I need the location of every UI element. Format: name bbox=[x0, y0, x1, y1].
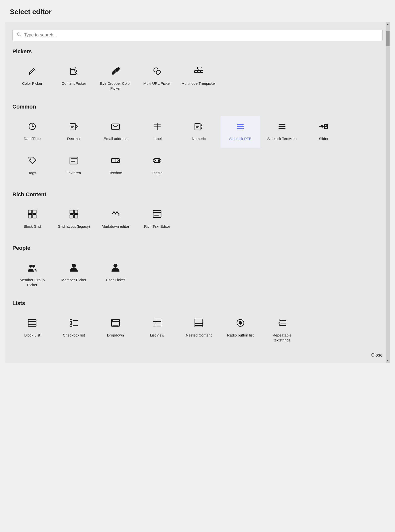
svg-rect-53 bbox=[28, 215, 32, 218]
textbox-label: Textbox bbox=[109, 170, 122, 175]
numeric-label: Numeric bbox=[192, 136, 206, 141]
eye-dropper-icon bbox=[110, 66, 121, 78]
item-rich-text-editor[interactable]: Rich Text Editor bbox=[137, 204, 177, 236]
svg-point-50 bbox=[158, 159, 160, 162]
item-radio-button-list[interactable]: Radio button list bbox=[221, 312, 260, 346]
scrollbar-thumb[interactable] bbox=[386, 31, 390, 46]
item-block-list[interactable]: Block List bbox=[12, 312, 52, 346]
email-label: Email address bbox=[104, 136, 127, 141]
markdown-editor-label: Markdown editor bbox=[102, 224, 129, 229]
item-dropdown[interactable]: Dropdown bbox=[96, 312, 135, 346]
item-sidekick-rte[interactable]: Sidekick RTE bbox=[221, 116, 260, 148]
svg-point-66 bbox=[113, 264, 117, 268]
item-grid-layout[interactable]: Grid layout (legacy) bbox=[54, 204, 94, 236]
decimal-label: Decimal bbox=[67, 136, 81, 141]
item-repeatable-textstrings[interactable]: 1 2 3 Repeatable textstrings bbox=[262, 312, 302, 346]
item-label[interactable]: Label bbox=[137, 116, 177, 148]
item-nested-content[interactable]: Nested Content bbox=[179, 312, 219, 346]
svg-point-65 bbox=[72, 264, 76, 268]
color-picker-label: Color Picker bbox=[22, 81, 42, 86]
multinode-treepicker-label: Multinode Treepicker bbox=[181, 81, 216, 86]
item-member-picker[interactable]: Member Picker bbox=[54, 257, 94, 291]
slider-label: Slider bbox=[319, 136, 328, 141]
search-input[interactable] bbox=[24, 32, 378, 38]
svg-rect-70 bbox=[70, 319, 72, 321]
item-color-picker[interactable]: Color Picker bbox=[12, 61, 52, 95]
svg-rect-74 bbox=[70, 324, 72, 326]
numeric-icon bbox=[193, 121, 204, 133]
item-sidekick-textarea[interactable]: Sidekick TextArea bbox=[262, 116, 302, 148]
color-picker-icon bbox=[27, 66, 38, 78]
item-textarea[interactable]: Textarea bbox=[54, 150, 94, 182]
search-icon bbox=[17, 32, 22, 38]
label-label: Label bbox=[153, 136, 162, 141]
item-content-picker[interactable]: Content Picker bbox=[54, 61, 94, 95]
multi-url-icon bbox=[152, 66, 163, 78]
section-common: Common Date/Time Decimal Email address L… bbox=[12, 104, 383, 182]
item-datetime[interactable]: Date/Time bbox=[12, 116, 52, 148]
eye-dropper-label: Eye Dropper Color Picker bbox=[98, 81, 133, 91]
item-markdown-editor[interactable]: Markdown editor bbox=[96, 204, 135, 236]
section-title-people: People bbox=[12, 245, 383, 251]
item-tags[interactable]: Tags bbox=[12, 150, 52, 182]
scroll-down-arrow[interactable]: ▼ bbox=[386, 359, 390, 363]
item-slider[interactable]: Slider bbox=[304, 116, 343, 148]
multinode-treepicker-icon: + bbox=[193, 66, 204, 78]
modal-container: ▲ ▼ Pickers Color Picker Content Pi bbox=[5, 22, 390, 363]
section-grid-lists: Block List Checkbox list Dropdown List v… bbox=[12, 312, 383, 346]
rich-text-editor-label: Rich Text Editor bbox=[144, 224, 170, 229]
user-picker-icon bbox=[110, 262, 121, 275]
close-button[interactable]: Close bbox=[371, 353, 383, 358]
grid-layout-icon bbox=[68, 209, 79, 221]
repeatable-textstrings-label: Repeatable textstrings bbox=[265, 333, 299, 342]
svg-rect-69 bbox=[28, 324, 36, 326]
svg-point-43 bbox=[30, 159, 31, 160]
item-user-picker[interactable]: User Picker bbox=[96, 257, 135, 291]
svg-rect-52 bbox=[33, 210, 36, 214]
dropdown-icon bbox=[110, 317, 121, 330]
item-list-view[interactable]: List view bbox=[137, 312, 177, 346]
svg-rect-19 bbox=[70, 123, 75, 130]
item-block-grid[interactable]: Block Grid bbox=[12, 204, 52, 236]
toggle-icon bbox=[152, 155, 163, 168]
svg-rect-44 bbox=[70, 157, 78, 164]
member-picker-label: Member Picker bbox=[61, 278, 86, 282]
list-view-icon bbox=[152, 317, 163, 330]
member-group-picker-label: Member Group Picker bbox=[15, 278, 50, 287]
svg-rect-13 bbox=[200, 71, 203, 73]
item-email[interactable]: Email address bbox=[96, 116, 135, 148]
item-eye-dropper[interactable]: Eye Dropper Color Picker bbox=[96, 61, 135, 95]
svg-rect-55 bbox=[70, 210, 73, 214]
scrollbar[interactable]: ▲ ▼ bbox=[386, 22, 390, 363]
email-icon bbox=[110, 121, 121, 133]
section-people: People Member Group Picker Member Picker… bbox=[12, 245, 383, 291]
item-numeric[interactable]: Numeric bbox=[179, 116, 219, 148]
section-title-lists: Lists bbox=[12, 300, 383, 307]
block-grid-label: Block Grid bbox=[24, 224, 41, 229]
item-decimal[interactable]: Decimal bbox=[54, 116, 94, 148]
item-textbox[interactable]: Textbox bbox=[96, 150, 135, 182]
tags-icon bbox=[27, 155, 38, 168]
sidekick-textarea-icon bbox=[277, 121, 287, 133]
svg-point-18 bbox=[32, 126, 33, 127]
item-toggle[interactable]: Toggle bbox=[137, 150, 177, 182]
item-checkbox-list[interactable]: Checkbox list bbox=[54, 312, 94, 346]
search-bar bbox=[12, 29, 383, 41]
tags-label: Tags bbox=[28, 170, 36, 175]
item-multi-url[interactable]: Multi URL Picker bbox=[137, 61, 177, 95]
svg-rect-2 bbox=[70, 68, 76, 75]
svg-rect-68 bbox=[28, 322, 36, 324]
svg-rect-51 bbox=[28, 210, 32, 214]
markdown-editor-icon bbox=[110, 209, 121, 221]
block-grid-icon bbox=[27, 209, 38, 221]
svg-rect-27 bbox=[195, 123, 200, 130]
section-title-common: Common bbox=[12, 104, 383, 110]
scroll-up-arrow[interactable]: ▲ bbox=[386, 22, 390, 26]
section-grid-people: Member Group Picker Member Picker User P… bbox=[12, 257, 383, 291]
section-grid-rich-content: Block Grid Grid layout (legacy) Markdown… bbox=[12, 204, 383, 236]
item-member-group-picker[interactable]: Member Group Picker bbox=[12, 257, 52, 291]
svg-rect-12 bbox=[198, 71, 200, 73]
svg-rect-8 bbox=[198, 67, 200, 69]
textarea-label: Textarea bbox=[67, 170, 81, 175]
item-multinode-treepicker[interactable]: + Multinode Treepicker bbox=[179, 61, 219, 95]
